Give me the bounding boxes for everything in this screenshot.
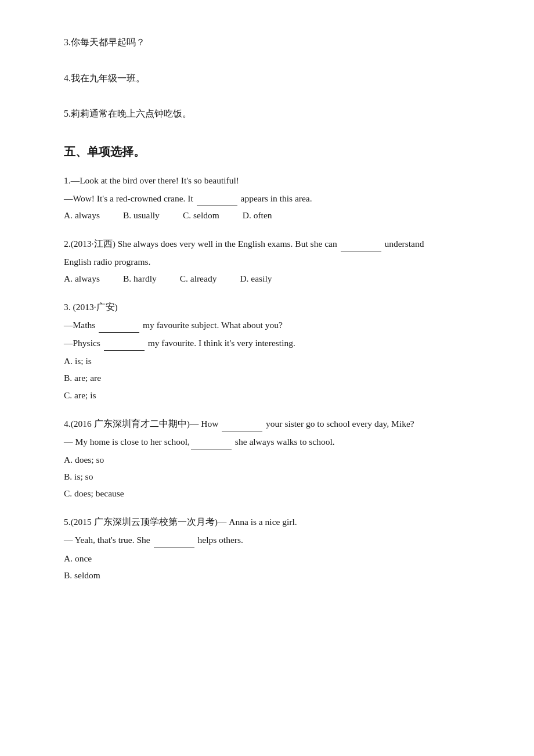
q1-option-b: B. usually: [123, 208, 160, 223]
q1-blank: [197, 206, 237, 206]
q3-blank2: [104, 350, 145, 351]
q2-line1: 2.(2013·江西) She always does very well in…: [64, 236, 470, 251]
section-five-title: 五、单项选择。: [64, 142, 470, 161]
question-3: 3. (2013·广安) —Maths my favourite subject…: [64, 299, 470, 403]
q2-options: A. always B. hardly C. already D. easily: [64, 272, 470, 286]
q3-source: 3. (2013·广安): [64, 299, 470, 315]
section-five: 五、单项选择。 1.—Look at the bird over there! …: [64, 142, 470, 583]
q3-line2: —Physics my favourite. I think it's very…: [64, 335, 470, 351]
sentence-section: 3.你每天都早起吗？ 4.我在九年级一班。 5.莉莉通常在晚上六点钟吃饭。: [64, 35, 470, 121]
q2-option-a: A. always: [64, 272, 100, 286]
q3-option-b: B. are; are: [64, 370, 470, 386]
q4-blank1: [222, 431, 262, 431]
q5-line2: — Yeah, that's true. She helps others.: [64, 532, 470, 548]
q2-option-d: D. easily: [240, 272, 272, 286]
q4-option-b: B. is; so: [64, 469, 470, 484]
sentence-5-text: 5.莉莉通常在晚上六点钟吃饭。: [64, 106, 470, 121]
q1-options: A. always B. usually C. seldom D. often: [64, 208, 470, 223]
sentence-4-text: 4.我在九年级一班。: [64, 71, 470, 86]
question-5: 5.(2015 广东深圳云顶学校第一次月考)— Anna is a nice g…: [64, 514, 470, 583]
q3-options: A. is; is B. are; are C. are; is: [64, 353, 470, 402]
q1-line1: 1.—Look at the bird over there! It's so …: [64, 172, 470, 188]
q2-option-b: B. hardly: [123, 272, 157, 286]
q3-blank1: [99, 332, 139, 333]
q4-option-a: A. does; so: [64, 452, 470, 467]
q4-option-c: C. does; because: [64, 485, 470, 501]
q3-option-a: A. is; is: [64, 353, 470, 369]
question-1: 1.—Look at the bird over there! It's so …: [64, 172, 470, 223]
q5-line1: 5.(2015 广东深圳云顶学校第一次月考)— Anna is a nice g…: [64, 514, 470, 530]
q1-option-d: D. often: [243, 208, 272, 223]
q2-line2: English radio programs.: [64, 254, 470, 269]
sentence-item-4: 4.我在九年级一班。: [64, 71, 470, 86]
q5-option-a: A. once: [64, 550, 470, 566]
q5-blank: [154, 548, 194, 548]
sentence-item-3: 3.你每天都早起吗？: [64, 35, 470, 50]
q3-line1: —Maths my favourite subject. What about …: [64, 317, 470, 333]
q4-blank2: [191, 449, 232, 449]
question-4: 4.(2016 广东深圳育才二中期中)— How your sister go …: [64, 416, 470, 502]
q4-line1: 4.(2016 广东深圳育才二中期中)— How your sister go …: [64, 416, 470, 431]
q3-option-c: C. are; is: [64, 387, 470, 403]
q5-options: A. once B. seldom: [64, 550, 470, 583]
q1-option-c: C. seldom: [183, 208, 219, 223]
q5-option-b: B. seldom: [64, 567, 470, 583]
q4-options: A. does; so B. is; so C. does; because: [64, 452, 470, 501]
q4-line2: — My home is close to her school, she al…: [64, 434, 470, 449]
question-2: 2.(2013·江西) She always does very well in…: [64, 236, 470, 286]
q2-blank: [341, 251, 381, 251]
q1-option-a: A. always: [64, 208, 100, 223]
sentence-3-text: 3.你每天都早起吗？: [64, 35, 470, 50]
q1-line2: —Wow! It's a red-crowned crane. It appea…: [64, 190, 470, 206]
q2-option-c: C. already: [180, 272, 217, 286]
sentence-item-5: 5.莉莉通常在晚上六点钟吃饭。: [64, 106, 470, 121]
